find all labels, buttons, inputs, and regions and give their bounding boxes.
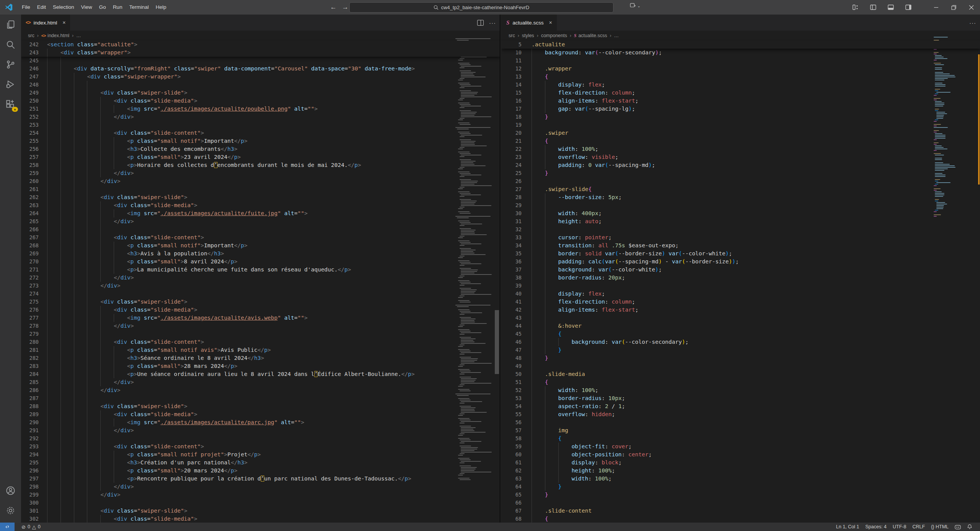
menu-selection[interactable]: Selection [49,0,78,15]
menu-help[interactable]: Help [152,0,170,15]
code-line-255[interactable]: 255<p class="small notif">Important</p> [21,137,500,145]
code-line-46[interactable]: 46background: var(--color-secondary); [502,338,980,346]
code-line-265[interactable]: 265</div> [21,217,500,225]
explorer-icon[interactable] [0,15,21,34]
breadcrumb-right[interactable]: src›styles›components›Sactualite.scss›… [502,31,980,41]
code-line-47[interactable]: 47} [502,346,980,354]
code-line-23[interactable]: 23overflow: visible; [502,153,980,161]
code-line-251[interactable]: 251<img src="./assets/images/actualite/p… [21,105,500,113]
code-line-268[interactable]: 268<p class="small notif">Important</p> [21,242,500,250]
code-line-42[interactable]: 42align-items: flex-start; [502,306,980,314]
code-line-293[interactable]: 293<div class="slide-content"> [21,443,500,451]
code-line-257[interactable]: 257<p class="small">23 avril 2024</p> [21,153,500,161]
code-line-259[interactable]: 259</div> [21,169,500,177]
code-line-282[interactable]: 282<h3>Séance ordinaire le 8 avril 2024<… [21,354,500,362]
code-line-243[interactable]: 243<div class="wrapper"> [21,49,500,57]
run-debug-icon[interactable] [0,74,21,94]
code-line-276[interactable]: 276<div class="slide-media"> [21,306,500,314]
breadcrumb-item--[interactable]: … [614,33,619,38]
code-line-53[interactable]: 53border-radius: 10px; [502,394,980,402]
command-center-search[interactable]: cw4_tp2_baie-ste-catherine-NoahFevrD [349,2,614,13]
code-line-45[interactable]: 45{ [502,330,980,338]
more-actions-icon[interactable]: ··· [969,20,976,26]
breadcrumb-item-actualite-scss[interactable]: Sactualite.scss [574,33,607,38]
code-line-52[interactable]: 52width: 100%; [502,386,980,394]
code-line-34[interactable]: 34transition: all .75s $ease-out-expo; [502,242,980,250]
code-line-40[interactable]: 40display: flex; [502,290,980,298]
code-line-55[interactable]: 55overflow: hidden; [502,410,980,418]
code-line-21[interactable]: 21{ [502,137,980,145]
code-line-63[interactable]: 63width: 100%; [502,475,980,483]
code-line-54[interactable]: 54aspect-ratio: 2 / 1; [502,402,980,410]
code-line-50[interactable]: 50.slide-media [502,370,980,378]
code-line-270[interactable]: 270<p class="small">8 avril 2024</p> [21,258,500,266]
breadcrumb-item-components[interactable]: components [541,33,567,38]
code-line-62[interactable]: 62height: 100%; [502,467,980,475]
code-line-43[interactable]: 43 [502,314,980,322]
code-line-61[interactable]: 61display: block; [502,459,980,467]
code-line-258[interactable]: 258<p>Horaire des collectes d’encombrant… [21,161,500,169]
window-close-button[interactable] [962,0,980,15]
status-item-crlf[interactable]: CRLF [909,524,928,529]
code-line-273[interactable]: 273</div> [21,282,500,290]
code-line-35[interactable]: 35border: solid var(--border-size) var(-… [502,250,980,258]
code-line-49[interactable]: 49 [502,362,980,370]
code-line-11[interactable]: 11 [502,57,980,65]
code-line-20[interactable]: 20.swiper [502,129,980,137]
code-area-index-html[interactable]: 245246<div data-scrolly="fromRight" clas… [21,57,500,523]
breadcrumb-item-src[interactable]: src [509,33,515,38]
code-line-278[interactable]: 278</div> [21,322,500,330]
code-line-285[interactable]: 285</div> [21,378,500,386]
code-line-245[interactable]: 245 [21,57,500,65]
code-line-247[interactable]: 247<div class="swiper-wrapper"> [21,73,500,81]
code-line-14[interactable]: 14display: flex; [502,81,980,89]
code-line-51[interactable]: 51{ [502,378,980,386]
remote-indicator[interactable] [0,523,15,531]
code-line-252[interactable]: 252</div> [21,113,500,121]
code-line-284[interactable]: 284<p>Une séance ordinaire aura lieu le … [21,370,500,378]
code-line-5[interactable]: 5.actualite [502,41,980,49]
tab-close-icon[interactable]: × [62,20,65,26]
code-line-58[interactable]: 58{ [502,435,980,443]
menu-view[interactable]: View [78,0,96,15]
code-line-292[interactable]: 292 [21,435,500,443]
window-minimize-button[interactable] [927,0,945,15]
code-line-295[interactable]: 295<h3>Création d'un parc national</h3> [21,459,500,467]
code-line-249[interactable]: 249<div class="swiper-slide"> [21,89,500,97]
status-item-spaces-4[interactable]: Spaces: 4 [862,524,890,529]
code-line-263[interactable]: 263<div class="slide-media"> [21,201,500,209]
code-line-48[interactable]: 48} [502,354,980,362]
code-line-10[interactable]: 10background: var(--color-secondary); [502,49,980,57]
code-line-39[interactable]: 39 [502,282,980,290]
customize-layout-icon[interactable] [847,0,864,15]
code-line-67[interactable]: 67.slide-content [502,507,980,515]
code-line-25[interactable]: 25} [502,169,980,177]
code-line-300[interactable]: 300 [21,499,500,507]
copilot-icon[interactable] [952,524,964,529]
code-line-250[interactable]: 250<div class="slide-media"> [21,97,500,105]
scrollbar-thumb[interactable] [495,310,499,374]
breadcrumb-item-styles[interactable]: styles [522,33,534,38]
code-line-267[interactable]: 267<div class="slide-content"> [21,234,500,242]
tab-close-icon[interactable]: × [549,20,552,26]
code-line-264[interactable]: 264<img src="./assets/images/actualite/f… [21,209,500,217]
code-line-266[interactable]: 266 [21,225,500,234]
code-line-261[interactable]: 261 [21,185,500,193]
code-line-15[interactable]: 15flex-direction: column; [502,89,980,97]
code-line-272[interactable]: 272</div> [21,274,500,282]
settings-gear-icon[interactable] [0,500,21,520]
minimap-left[interactable] [452,37,494,520]
notifications-bell-icon[interactable] [964,524,975,529]
code-line-12[interactable]: 12.wrapper [502,65,980,73]
toggle-primary-sidebar-icon[interactable] [864,0,882,15]
nav-forward-arrow[interactable]: → [342,3,348,11]
code-line-19[interactable]: 19 [502,121,980,129]
code-line-44[interactable]: 44&:hover [502,322,980,330]
toggle-secondary-sidebar-icon[interactable] [900,0,917,15]
accounts-icon[interactable] [0,480,21,500]
code-line-17[interactable]: 17gap: var(--spacing-lg); [502,105,980,113]
code-line-65[interactable]: 65} [502,491,980,499]
code-line-41[interactable]: 41flex-direction: column; [502,298,980,306]
code-line-294[interactable]: 294<p class="small notif projet">Projet<… [21,451,500,459]
code-line-290[interactable]: 290<img src="./assets/images/actualite/p… [21,418,500,426]
